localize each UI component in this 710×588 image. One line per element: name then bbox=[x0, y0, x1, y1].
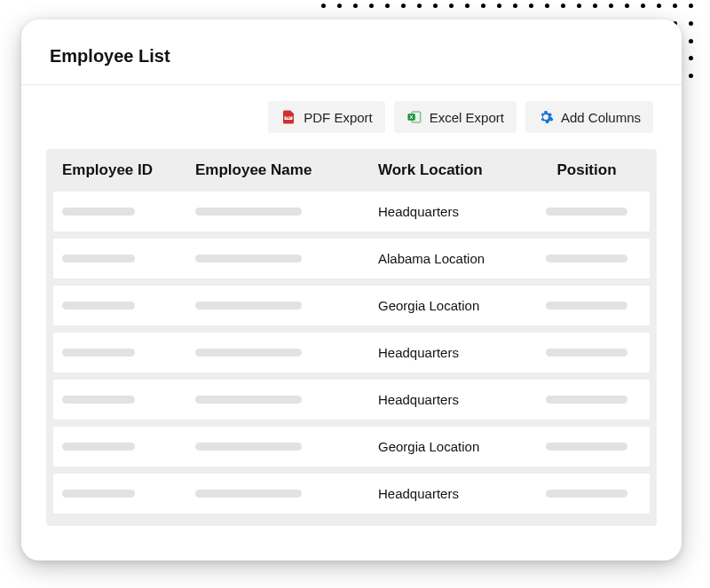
cell-work-location: Headquarters bbox=[364, 486, 532, 501]
cell-work-location: Georgia Location bbox=[364, 439, 532, 454]
skeleton-placeholder bbox=[546, 208, 627, 216]
skeleton-placeholder bbox=[195, 255, 302, 263]
table-row[interactable]: Georgia Location bbox=[53, 286, 650, 325]
column-header-position[interactable]: Position bbox=[532, 161, 641, 179]
column-header-employee-name[interactable]: Employee Name bbox=[195, 161, 364, 179]
excel-export-label: Excel Export bbox=[430, 110, 504, 125]
skeleton-placeholder bbox=[62, 208, 135, 216]
cell-position bbox=[532, 208, 641, 216]
table-row[interactable]: Headquarters bbox=[53, 192, 650, 231]
cell-employee-name bbox=[195, 490, 364, 498]
gear-icon bbox=[538, 109, 554, 125]
skeleton-placeholder bbox=[195, 302, 302, 310]
cell-position bbox=[532, 302, 641, 310]
employee-list-card: Employee List PDF PDF Export X Excel bbox=[21, 20, 682, 561]
table-row[interactable]: Alabama Location bbox=[53, 239, 650, 278]
column-header-work-location[interactable]: Work Location bbox=[364, 161, 532, 179]
add-columns-button[interactable]: Add Columns bbox=[525, 101, 653, 133]
skeleton-placeholder bbox=[62, 443, 135, 451]
cell-employee-id bbox=[62, 208, 195, 216]
table-row[interactable]: Headquarters bbox=[53, 380, 650, 419]
cell-employee-name bbox=[195, 302, 364, 310]
column-header-employee-id[interactable]: Employee ID bbox=[62, 161, 195, 179]
excel-icon: X bbox=[406, 109, 422, 125]
cell-position bbox=[532, 349, 641, 357]
cell-work-location: Alabama Location bbox=[364, 251, 532, 266]
employee-table: Employee ID Employee Name Work Location … bbox=[46, 149, 657, 526]
svg-text:PDF: PDF bbox=[286, 116, 292, 120]
toolbar: PDF PDF Export X Excel Export Add Col bbox=[21, 101, 682, 149]
skeleton-placeholder bbox=[546, 302, 627, 310]
skeleton-placeholder bbox=[546, 490, 627, 498]
cell-employee-id bbox=[62, 302, 195, 310]
table-row[interactable]: Headquarters bbox=[53, 474, 650, 514]
cell-position bbox=[532, 396, 641, 404]
svg-text:X: X bbox=[409, 114, 413, 120]
skeleton-placeholder bbox=[195, 349, 302, 357]
cell-employee-id bbox=[62, 443, 195, 451]
skeleton-placeholder bbox=[62, 255, 135, 263]
skeleton-placeholder bbox=[195, 443, 302, 451]
cell-position bbox=[532, 255, 641, 263]
skeleton-placeholder bbox=[62, 349, 135, 357]
cell-employee-id bbox=[62, 396, 195, 404]
cell-employee-name bbox=[195, 396, 364, 404]
cell-employee-id bbox=[62, 490, 195, 498]
cell-work-location: Headquarters bbox=[364, 204, 532, 219]
skeleton-placeholder bbox=[546, 396, 627, 404]
cell-employee-name bbox=[195, 208, 364, 216]
cell-position bbox=[532, 443, 641, 451]
skeleton-placeholder bbox=[546, 349, 627, 357]
skeleton-placeholder bbox=[62, 490, 135, 498]
pdf-export-button[interactable]: PDF PDF Export bbox=[268, 101, 385, 133]
skeleton-placeholder bbox=[195, 208, 302, 216]
cell-position bbox=[532, 490, 641, 498]
page-title: Employee List bbox=[21, 46, 682, 84]
cell-work-location: Headquarters bbox=[364, 345, 532, 360]
skeleton-placeholder bbox=[62, 302, 135, 310]
skeleton-placeholder bbox=[546, 255, 627, 263]
cell-employee-id bbox=[62, 349, 195, 357]
cell-work-location: Headquarters bbox=[364, 392, 532, 407]
table-row[interactable]: Headquarters bbox=[53, 333, 650, 372]
table-row[interactable]: Georgia Location bbox=[53, 427, 650, 466]
pdf-export-label: PDF Export bbox=[304, 110, 373, 125]
cell-employee-name bbox=[195, 349, 364, 357]
cell-work-location: Georgia Location bbox=[364, 298, 532, 313]
table-header-row: Employee ID Employee Name Work Location … bbox=[46, 149, 657, 192]
skeleton-placeholder bbox=[546, 443, 627, 451]
excel-export-button[interactable]: X Excel Export bbox=[394, 101, 517, 133]
pdf-icon: PDF bbox=[280, 109, 296, 125]
cell-employee-id bbox=[62, 255, 195, 263]
skeleton-placeholder bbox=[195, 396, 302, 404]
cell-employee-name bbox=[195, 255, 364, 263]
skeleton-placeholder bbox=[62, 396, 135, 404]
add-columns-label: Add Columns bbox=[561, 110, 641, 125]
cell-employee-name bbox=[195, 443, 364, 451]
skeleton-placeholder bbox=[195, 490, 302, 498]
divider bbox=[21, 84, 682, 85]
